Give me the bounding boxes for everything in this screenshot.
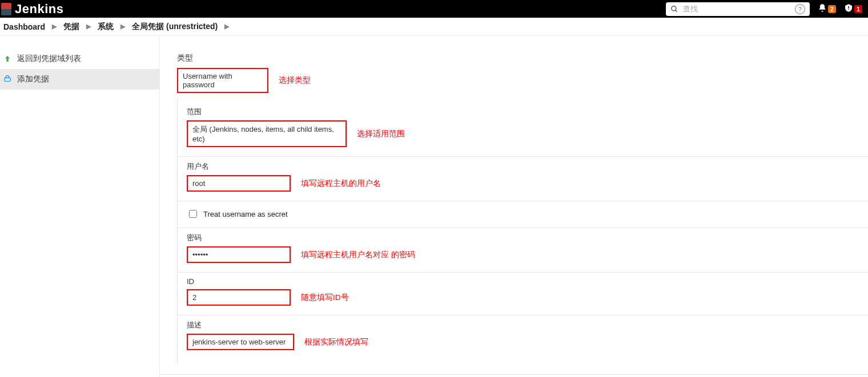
password-value: •••••• [192,250,208,259]
top-header: Jenkins ? 2 1 [0,0,868,18]
breadcrumb-item-dashboard[interactable]: Dashboard [0,22,49,31]
svg-rect-2 [5,78,11,82]
treat-secret-checkbox[interactable] [189,210,197,218]
sidebar-item-label: 添加凭据 [17,74,49,84]
description-note: 根据实际情况填写 [304,337,368,347]
bell-icon [818,3,827,15]
chevron-right-icon: ▶ [221,23,232,30]
id-label: ID [187,277,868,286]
chevron-right-icon: ▶ [117,23,128,30]
search-box[interactable]: ? [666,2,810,16]
username-input[interactable]: root [187,175,291,192]
description-input[interactable]: jenkins-server to web-server [187,334,294,350]
id-value: 2 [192,293,196,302]
alerts[interactable]: 1 [844,3,862,15]
chevron-right-icon: ▶ [49,23,60,30]
notifications[interactable]: 2 [818,3,836,15]
breadcrumb-item-system[interactable]: 系统 [94,22,117,32]
scope-select[interactable]: 全局 (Jenkins, nodes, items, all child ite… [187,120,347,147]
treat-secret-label: Treat username as secret [203,210,288,218]
id-input[interactable]: 2 [187,289,291,306]
arrow-up-icon [3,55,11,63]
scope-label: 范围 [187,107,868,117]
scope-note: 选择适用范围 [357,129,405,139]
search-input[interactable] [682,4,791,14]
username-note: 填写远程主机的用户名 [301,179,381,189]
username-value: root [192,179,205,188]
sidebar-item-add-credential[interactable]: 添加凭据 [0,69,159,90]
help-icon[interactable]: ? [795,4,805,14]
sidebar-item-back[interactable]: 返回到凭据域列表 [0,48,159,69]
type-label: 类型 [177,53,868,63]
sidebar: 返回到凭据域列表 添加凭据 [0,36,160,377]
description-value: jenkins-server to web-server [192,338,286,346]
type-value: Username with password [183,72,263,89]
breadcrumb-item-global[interactable]: 全局凭据 (unrestricted) [128,22,221,32]
breadcrumb-item-credentials[interactable]: 凭据 [60,22,83,32]
breadcrumb: Dashboard ▶ 凭据 ▶ 系统 ▶ 全局凭据 (unrestricted… [0,18,868,36]
search-icon [670,5,678,13]
id-note: 随意填写ID号 [301,293,349,303]
chevron-right-icon: ▶ [83,23,94,30]
main-content: 类型 Username with password 选择类型 范围 全局 (Je… [160,36,868,377]
jenkins-icon [1,3,11,15]
svg-point-0 [672,6,676,10]
svg-line-1 [676,10,677,11]
logo-text: Jenkins [15,2,63,17]
logo[interactable]: Jenkins [0,2,63,17]
description-label: 描述 [187,320,868,330]
password-note: 填写远程主机用户名对应 的密码 [301,250,415,260]
type-select[interactable]: Username with password [177,68,268,93]
credentials-icon [3,75,11,83]
divider [160,374,868,375]
alert-badge: 1 [854,5,862,13]
shield-icon [844,3,853,15]
type-note: 选择类型 [279,75,311,86]
password-label: 密码 [187,233,868,243]
username-label: 用户名 [187,161,868,172]
scope-value: 全局 (Jenkins, nodes, items, all child ite… [192,124,341,143]
password-input[interactable]: •••••• [187,246,291,263]
sidebar-item-label: 返回到凭据域列表 [17,54,81,64]
notif-badge: 2 [828,5,836,13]
